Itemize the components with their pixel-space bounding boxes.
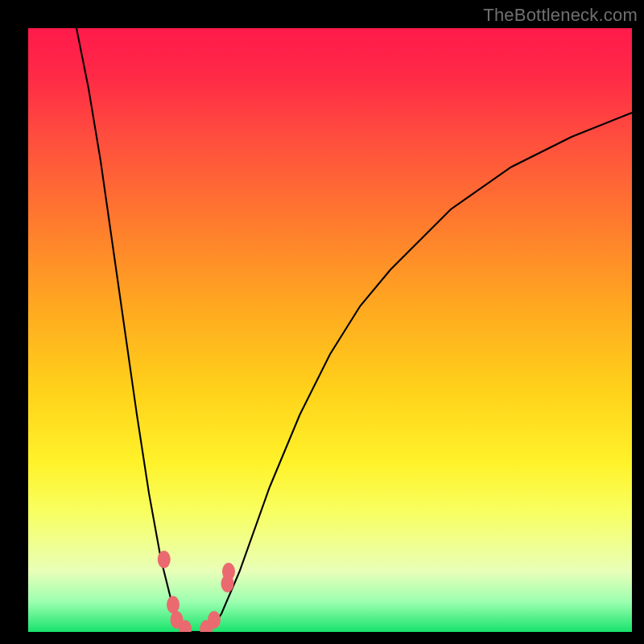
curve-layer [28,28,632,632]
marker-dot [167,596,180,613]
curve-right [209,113,632,632]
bottleneck-curves [76,28,632,632]
watermark-text: TheBottleneck.com [483,5,638,26]
marker-dot [208,611,221,629]
marker-dot [222,563,235,580]
plot-area [28,28,632,632]
curve-left [76,28,192,632]
marker-dot [158,551,171,568]
chart-frame: TheBottleneck.com [0,0,644,644]
